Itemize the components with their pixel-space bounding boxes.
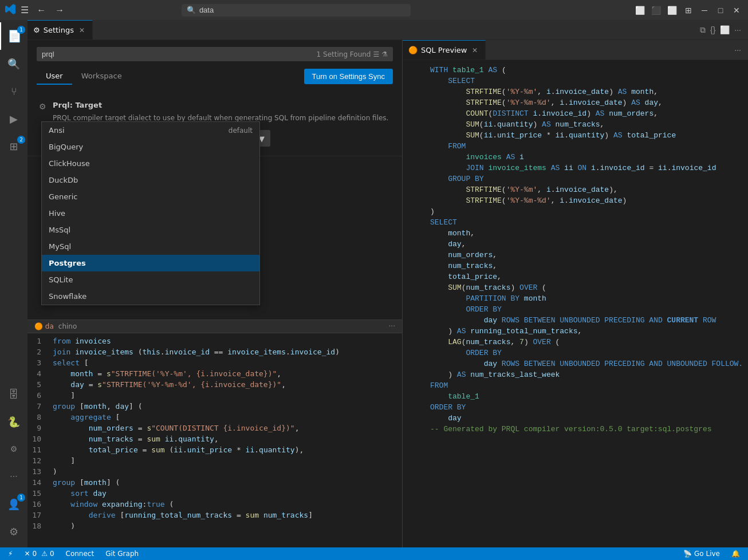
- settings-tab-label: Settings: [44, 26, 74, 34]
- workflow-icon: ⚙: [10, 444, 18, 453]
- dropdown-item-bigquery[interactable]: BigQuery: [42, 139, 259, 155]
- workspace-tab-label: Workspace: [81, 72, 122, 80]
- sql-line-day2: day: [430, 413, 743, 424]
- sidebar-item-more[interactable]: ···: [0, 463, 27, 490]
- settings-tab-icon: ⚙: [33, 26, 40, 34]
- minimize-button[interactable]: ─: [698, 3, 711, 17]
- status-remote[interactable]: ⚡: [5, 547, 16, 560]
- tab-user[interactable]: User: [37, 68, 72, 85]
- tab-actions: ⧉ {} ⬜ ···: [698, 20, 748, 40]
- dropdown-item-mysql[interactable]: MySql: [42, 238, 259, 255]
- ln4: 4: [27, 368, 41, 379]
- settings-code-more[interactable]: ···: [389, 322, 395, 330]
- layout-button-4[interactable]: ⊞: [682, 3, 695, 17]
- dropdown-item-clickhouse[interactable]: ClickHouse: [42, 155, 259, 172]
- maximize-button[interactable]: □: [714, 3, 727, 17]
- explorer-badge: 1: [17, 26, 25, 34]
- status-errors[interactable]: ✕ 0 ⚠ 0: [21, 547, 57, 560]
- sidebar-item-search[interactable]: 🔍: [0, 50, 27, 77]
- status-go-live[interactable]: 📡 Go Live: [680, 547, 723, 560]
- sidebar-item-python[interactable]: 🐍: [0, 408, 27, 435]
- forward-button[interactable]: →: [52, 4, 68, 17]
- sql-line-day-rows2: day ROWS BETWEEN UNBOUNDED PRECEDING AND…: [430, 358, 743, 369]
- setting-gear-icon[interactable]: ⚙: [39, 102, 46, 111]
- code-line-16: window expanding:true (: [53, 499, 402, 510]
- sidebar-item-workflow[interactable]: ⚙: [0, 435, 27, 463]
- dropdown-label-mssql: MsSql: [49, 226, 70, 234]
- code-line-3: select [: [53, 357, 402, 368]
- code-line-18: ): [53, 520, 402, 531]
- warning-count: 0: [50, 550, 54, 558]
- sql-more-actions[interactable]: ···: [732, 43, 743, 57]
- dropdown-item-snowflake[interactable]: Snowflake: [42, 288, 259, 305]
- status-bar: ⚡ ✕ 0 ⚠ 0 Connect Git Graph 📡 Go Live 🔔: [0, 547, 748, 560]
- code-line-14: group [month] (: [53, 477, 402, 488]
- sidebar-item-run[interactable]: ▶: [0, 105, 27, 132]
- sidebar-item-database[interactable]: 🗄: [0, 380, 27, 408]
- dropdown-item-hive[interactable]: Hive: [42, 205, 259, 222]
- code-line-1: from invoices: [53, 336, 402, 346]
- hamburger-icon[interactable]: ☰: [21, 5, 29, 15]
- global-search-bar[interactable]: 🔍: [182, 4, 411, 17]
- sql-preview-close[interactable]: ✕: [470, 46, 479, 55]
- setting-body: Prql: Target PRQL compiler target dialec…: [53, 101, 391, 147]
- title-bar-left: ☰: [5, 3, 29, 17]
- sql-line-join: JOIN invoice_items AS ii ON i.invoice_id…: [430, 163, 743, 173]
- go-live-label: Go Live: [694, 550, 720, 558]
- tab-workspace[interactable]: Workspace: [72, 68, 131, 85]
- sql-line-invoices: invoices AS i: [430, 152, 743, 163]
- sql-line-orderby2: ORDER BY: [430, 348, 743, 358]
- layout-button-3[interactable]: ⬜: [666, 3, 679, 17]
- sql-code-content: WITH table_1 AS ( SELECT STRFTIME('%Y-%m…: [403, 60, 748, 547]
- dropdown-item-ansi[interactable]: Ansi default: [42, 122, 259, 139]
- sql-line-from1: FROM: [430, 141, 743, 152]
- layout-button-1[interactable]: ⬜: [633, 3, 647, 17]
- tab-settings[interactable]: ⚙ Settings ✕: [27, 20, 93, 40]
- open-settings-json-button[interactable]: {}: [708, 23, 718, 37]
- sidebar-item-accounts[interactable]: 👤 1: [0, 490, 27, 518]
- status-bar-left: ⚡ ✕ 0 ⚠ 0 Connect Git Graph: [5, 547, 142, 560]
- sql-line-gb2: STRFTIME('%Y-%m-%d', i.invoice_date): [430, 195, 743, 206]
- bell-icon: 🔔: [731, 550, 740, 558]
- ln12: 12: [27, 455, 41, 466]
- sql-line-comment: -- Generated by PRQL compiler version:0.…: [430, 424, 743, 435]
- global-search-input[interactable]: [199, 6, 406, 14]
- settings-tab-close[interactable]: ✕: [77, 26, 86, 35]
- dropdown-default-ansi: default: [229, 127, 253, 135]
- ln9: 9: [27, 423, 41, 433]
- more-actions-button[interactable]: ···: [732, 23, 743, 37]
- status-git-graph[interactable]: Git Graph: [102, 547, 142, 560]
- clear-search-icon[interactable]: ⚗: [381, 50, 388, 58]
- close-button[interactable]: ✕: [730, 3, 743, 17]
- editor-area: ⚙ Settings ✕ ⧉ {} ⬜ ··· 1 Set: [27, 20, 748, 547]
- dropdown-item-duckdb[interactable]: DuckDb: [42, 172, 259, 188]
- status-connect[interactable]: Connect: [62, 547, 98, 560]
- code-line-4: month = s"STRFTIME('%Y-%m', {i.invoice_d…: [53, 368, 402, 379]
- sidebar-item-source-control[interactable]: ⑂: [0, 77, 27, 105]
- warning-icon: ⚠: [41, 550, 48, 558]
- dropdown-item-generic[interactable]: Generic: [42, 188, 259, 205]
- split-editor-button[interactable]: ⧉: [698, 23, 708, 37]
- sidebar-item-settings[interactable]: ⚙: [0, 518, 27, 545]
- sidebar-item-explorer[interactable]: 📄 1: [0, 22, 27, 50]
- layout-button-2[interactable]: ⬛: [649, 3, 663, 17]
- status-notifications[interactable]: 🔔: [728, 547, 743, 560]
- code-line-11: total_price = sum (ii.unit_price * ii.qu…: [53, 444, 402, 455]
- tab-sql-preview[interactable]: 🟠 SQL Preview ✕: [403, 40, 486, 60]
- dropdown-label-ansi: Ansi: [49, 126, 65, 135]
- settings-search-input[interactable]: [42, 50, 312, 58]
- code-panel: 🟠 SQL Preview ✕ ··· WITH table_1 AS (: [403, 40, 748, 547]
- back-button[interactable]: ←: [33, 4, 49, 17]
- filter-settings-icon[interactable]: ☰: [373, 50, 379, 58]
- dropdown-item-postgres[interactable]: Postgres: [42, 255, 259, 271]
- search-result-count: 1 Setting Found: [317, 50, 371, 58]
- split-horizontal-button[interactable]: ⬜: [718, 23, 732, 37]
- dropdown-item-sqlite[interactable]: SQLite: [42, 271, 259, 288]
- dropdown-item-mssql[interactable]: MsSql: [42, 222, 259, 238]
- sidebar-item-extensions[interactable]: ⊞ 2: [0, 132, 27, 160]
- sql-line-close: ): [430, 206, 743, 217]
- sql-line-select1: SELECT: [430, 76, 743, 86]
- settings-search-bar[interactable]: 1 Setting Found ☰ ⚗: [37, 47, 393, 61]
- ln16: 16: [27, 499, 41, 510]
- sync-button[interactable]: Turn on Settings Sync: [304, 69, 393, 84]
